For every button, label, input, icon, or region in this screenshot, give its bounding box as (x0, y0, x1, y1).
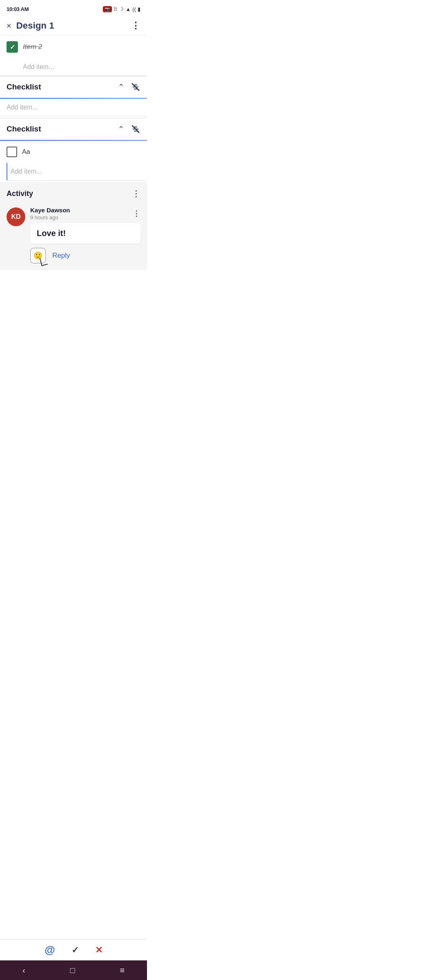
strikethrough-toggle-2[interactable] (131, 124, 140, 134)
status-time: 10:03 AM (7, 6, 29, 12)
header-left: × Design 1 (7, 20, 54, 31)
wifi-icon: ▲ (125, 6, 131, 12)
reply-button[interactable]: Reply (52, 252, 70, 260)
checklist-actions-1: ⌃ (118, 82, 140, 92)
signal-icon: (( (132, 6, 136, 12)
checklist-title-1: Checklist (7, 82, 41, 91)
activity-more-button[interactable]: ⋮ (132, 189, 140, 198)
at-icon: @ (45, 944, 55, 956)
collapse-button-2[interactable]: ⌃ (118, 125, 124, 134)
checklist-header-1: Checklist ⌃ (0, 76, 147, 98)
avatar: KD (7, 207, 25, 226)
at-mention-button[interactable]: @ (45, 944, 55, 956)
checkbox-unchecked-1[interactable] (7, 147, 17, 157)
comment-author-block: Kaye Dawson 9 hours ago (30, 207, 70, 220)
bottom-toolbar: @ ✓ ✕ (0, 939, 147, 960)
page-title: Design 1 (16, 20, 54, 31)
comment-options-button[interactable]: ⋮ (133, 209, 140, 218)
app-header: × Design 1 ⋮ (0, 16, 147, 36)
moon-icon: ☽ (119, 6, 124, 12)
add-item-first[interactable]: Add item... (0, 58, 147, 76)
checklist-header-2: Checklist ⌃ (0, 118, 147, 140)
strikethrough-toggle-1[interactable] (131, 82, 140, 92)
more-options-button[interactable]: ⋮ (131, 20, 140, 31)
add-item-placeholder-2: Add item... (11, 168, 42, 175)
activity-title: Activity (7, 189, 33, 198)
activity-section: Activity ⋮ KD Kaye Dawson 9 hours ago ⋮ … (0, 182, 147, 270)
checklist-item-text-1: Aa (22, 148, 30, 156)
spacer (0, 270, 147, 311)
bluetooth-icon: 𝙱 (114, 6, 117, 12)
checkbox-checked[interactable] (7, 41, 18, 53)
comment-content: Kaye Dawson 9 hours ago ⋮ Love it! 🙂 Rep… (30, 207, 140, 263)
checklist-item-row-1: Aa (0, 141, 147, 163)
cancel-button[interactable]: ✕ (95, 945, 102, 956)
home-button[interactable]: □ (70, 966, 75, 975)
x-icon: ✕ (95, 945, 102, 956)
camera-icon: 📷 (105, 7, 110, 12)
add-item-placeholder-1: Add item... (7, 104, 38, 111)
add-item-checklist-2[interactable]: Add item... (7, 163, 147, 180)
comment-author: Kaye Dawson (30, 207, 70, 214)
checked-item-text: Item 2 (23, 43, 42, 51)
comment-meta: Kaye Dawson 9 hours ago ⋮ (30, 207, 140, 220)
status-bar: 10:03 AM 📷 𝙱 ☽ ▲ (( ▮ (0, 0, 147, 16)
emoji-react-button[interactable]: 🙂 (30, 248, 46, 263)
back-button[interactable]: ‹ (22, 966, 25, 975)
checked-item-row: Item 2 (0, 36, 147, 58)
battery-icon: ▮ (138, 6, 140, 12)
confirm-button[interactable]: ✓ (71, 945, 79, 956)
menu-button[interactable]: ≡ (120, 966, 125, 975)
nav-bar: ‹ □ ≡ (0, 960, 147, 980)
comment-block: KD Kaye Dawson 9 hours ago ⋮ Love it! 🙂 (0, 203, 147, 270)
cursor-indicator (40, 256, 48, 266)
collapse-button-1[interactable]: ⌃ (118, 82, 124, 91)
comment-text: Love it! (37, 229, 66, 238)
add-item-placeholder: Add item... (23, 63, 54, 70)
checklist-title-2: Checklist (7, 125, 41, 134)
camera-badge: 📷 (103, 6, 112, 12)
check-icon: ✓ (71, 945, 79, 956)
add-item-checklist-1[interactable]: Add item... (0, 99, 147, 116)
close-button[interactable]: × (7, 21, 11, 31)
comment-bubble: Love it! (30, 223, 140, 244)
comment-time: 9 hours ago (30, 214, 70, 220)
status-icons: 📷 𝙱 ☽ ▲ (( ▮ (103, 6, 140, 12)
comment-actions: 🙂 Reply (30, 248, 140, 263)
content: Item 2 Add item... Checklist ⌃ Add item.… (0, 36, 147, 311)
activity-header: Activity ⋮ (0, 182, 147, 203)
checklist-actions-2: ⌃ (118, 124, 140, 134)
